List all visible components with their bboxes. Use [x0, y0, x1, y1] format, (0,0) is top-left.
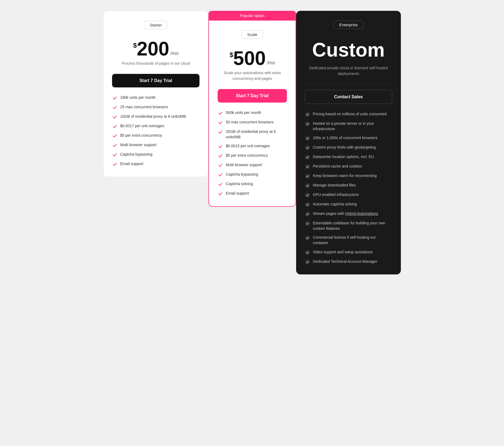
enterprise-description: Dedicated private cloud or licensed self… — [305, 65, 392, 77]
list-item: 10GB of residential proxy at 6 units/MB — [112, 114, 199, 120]
list-item: 500k units per month — [218, 110, 287, 116]
starter-price-amount: 200 — [137, 39, 169, 58]
feature-text: Pricing based on millions of units consu… — [313, 112, 387, 117]
feature-text: Commercial license if self-hosting our c… — [313, 235, 392, 245]
check-icon — [305, 183, 310, 188]
svg-rect-9 — [305, 202, 310, 207]
check-icon — [112, 152, 117, 158]
check-icon — [305, 211, 310, 217]
check-icon — [305, 202, 310, 207]
scale-feature-list: 500k units per month 50 max concurrent b… — [218, 110, 287, 196]
list-item: 100s or 1,000s of concurrent browsers — [305, 135, 392, 141]
scale-price-dollar: $ — [230, 51, 233, 59]
enterprise-feature-list: Pricing based on millions of units consu… — [305, 112, 392, 265]
svg-rect-5 — [305, 165, 310, 169]
popular-badge: Popular option — [208, 11, 296, 21]
svg-rect-2 — [305, 136, 310, 140]
list-item: 180k units per month — [112, 95, 199, 101]
list-item: Automatic captcha solving — [305, 202, 392, 207]
feature-text: Hosted on a private server or in your in… — [313, 121, 392, 132]
list-item: Video support and setup assistance — [305, 250, 392, 255]
hybrid-automations-link[interactable]: Hybrid Automations — [345, 211, 378, 216]
feature-text: Dedicated Technical Account Manager — [313, 259, 377, 264]
list-item: Multi browser support — [218, 162, 287, 168]
svg-rect-10 — [305, 212, 310, 216]
list-item: Manage downloaded files — [305, 183, 392, 188]
feature-text: 500k units per month — [226, 110, 261, 116]
check-icon — [218, 129, 223, 135]
svg-rect-1 — [305, 122, 310, 126]
check-icon — [112, 143, 117, 148]
list-item: Email support — [218, 191, 287, 196]
check-icon — [305, 235, 310, 241]
feature-text: Custom proxy limits with geotargeting — [313, 145, 376, 150]
feature-text: Automatic captcha solving — [313, 202, 357, 207]
feature-text: Stream pages with Hybrid Automations — [313, 211, 378, 217]
check-icon — [218, 110, 223, 116]
scale-card-wrapper: Popular option Scale $ 500 /mo Scale you… — [208, 11, 296, 207]
enterprise-cta-button[interactable]: Contact Sales — [305, 90, 392, 104]
feature-text: Persistent cache and cookies — [313, 164, 362, 169]
starter-feature-list: 180k units per month 25 max concurrent b… — [112, 95, 199, 167]
list-item: Pricing based on millions of units consu… — [305, 112, 392, 117]
feature-text: $0.0015 per unit overages — [226, 143, 270, 149]
check-icon — [218, 144, 223, 149]
feature-text: 25 max concurrent browsers — [120, 104, 168, 110]
feature-text: Multi browser support — [120, 142, 156, 148]
check-icon — [305, 173, 310, 179]
check-icon — [305, 112, 310, 117]
check-icon — [112, 105, 117, 110]
list-item: Extendable codebase for building your ow… — [305, 221, 392, 231]
starter-price-period: /mo — [170, 51, 178, 56]
enterprise-card: Enterprise Custom Dedicated private clou… — [296, 11, 401, 274]
feature-text: Email support — [120, 161, 143, 167]
starter-price-dollar: $ — [133, 42, 137, 49]
check-icon — [305, 155, 310, 160]
svg-rect-14 — [305, 260, 310, 264]
svg-rect-12 — [305, 236, 310, 240]
feature-text: $5 per extra concurrency — [120, 133, 162, 138]
scale-price-period: /mo — [267, 60, 275, 66]
svg-rect-6 — [305, 174, 310, 178]
scale-cta-button[interactable]: Start 7 Day Trial — [218, 89, 287, 103]
list-item: Captcha bypassing — [218, 172, 287, 178]
check-icon — [218, 153, 223, 159]
list-item: Commercial license if self-hosting our c… — [305, 235, 392, 245]
list-item: Captcha bypassing — [112, 152, 199, 158]
starter-description: Process thousands of pages in our cloud — [112, 61, 199, 66]
check-icon — [305, 164, 310, 169]
list-item: Hosted on a private server or in your in… — [305, 121, 392, 132]
list-item: GPU enabled infrastructure — [305, 192, 392, 198]
svg-rect-0 — [305, 112, 310, 117]
feature-text: 50 max concurrent browsers — [226, 120, 274, 125]
check-icon — [305, 259, 310, 265]
feature-text: Datacenter location options, incl. EU — [313, 154, 374, 160]
scale-card: Scale $ 500 /mo Scale your automations w… — [208, 21, 296, 207]
list-item: Email support — [112, 161, 199, 167]
list-item: Datacenter location options, incl. EU — [305, 154, 392, 160]
svg-rect-8 — [305, 193, 310, 197]
list-item: Stream pages with Hybrid Automations — [305, 211, 392, 217]
feature-text: 10GB of residential proxy at 6 units/MB — [120, 114, 186, 119]
feature-text: 25GB of residential proxy at 6 units/MB — [226, 129, 287, 140]
feature-text: 100s or 1,000s of concurrent browsers — [313, 135, 378, 141]
svg-rect-7 — [305, 183, 310, 188]
feature-text: Keep browsers warm for reconnecting — [313, 173, 377, 179]
check-icon — [112, 133, 117, 139]
feature-text: Captcha bypassing — [120, 152, 152, 157]
feature-text: Multi browser support — [226, 162, 262, 168]
feature-text: Email support — [226, 191, 249, 196]
starter-cta-button[interactable]: Start 7 Day Trial — [112, 74, 199, 87]
feature-text: Manage downloaded files — [313, 183, 356, 188]
svg-rect-11 — [305, 221, 310, 226]
check-icon — [112, 114, 117, 120]
check-icon — [305, 136, 310, 141]
check-icon — [305, 192, 310, 198]
feature-text: Video support and setup assistance — [313, 250, 373, 255]
feature-text: Captcha bypassing — [226, 172, 258, 177]
list-item: Dedicated Technical Account Manager — [305, 259, 392, 265]
list-item: 25 max concurrent browsers — [112, 104, 199, 110]
list-item: Custom proxy limits with geotargeting — [305, 145, 392, 150]
svg-rect-4 — [305, 155, 310, 159]
svg-rect-13 — [305, 250, 310, 255]
